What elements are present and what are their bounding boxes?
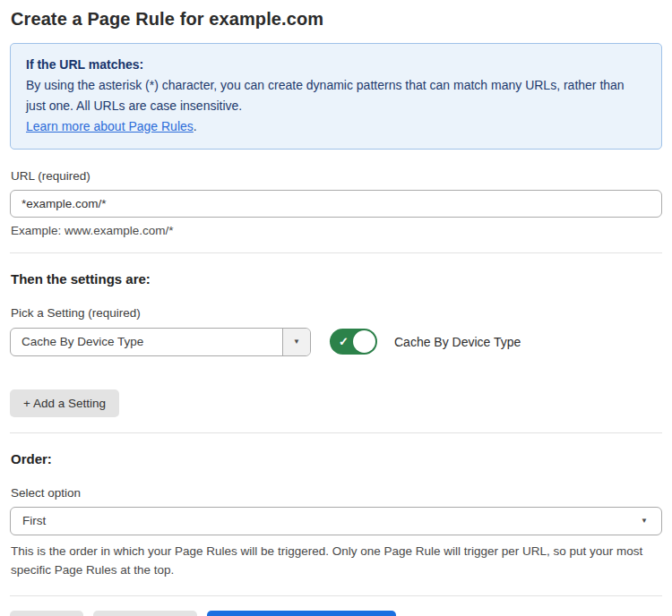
info-box-heading: If the URL matches: [26,55,646,75]
cancel-button[interactable]: Cancel [10,611,83,616]
info-box-link-line: Learn more about Page Rules. [26,116,646,137]
url-input[interactable] [10,190,662,218]
setting-select-value: Cache By Device Type [11,335,282,348]
setting-select[interactable]: Cache By Device Type ▼ [10,328,311,356]
learn-more-link[interactable]: Learn more about Page Rules [26,119,194,133]
footer-divider [10,595,662,596]
order-helper-text: This is the order in which your Page Rul… [11,542,652,580]
order-select-label: Select option [11,486,662,500]
chevron-down-icon: ▼ [641,518,648,525]
url-match-info-box: If the URL matches: By using the asteris… [10,43,662,150]
info-box-body: By using the asterisk (*) character, you… [26,75,632,116]
settings-section-heading: Then the settings are: [11,271,662,287]
order-section-heading: Order: [11,451,662,466]
toggle-label: Cache By Device Type [394,335,521,349]
setting-row: Cache By Device Type ▼ ✓ Cache By Device… [10,328,662,356]
link-suffix: . [194,119,197,133]
footer-button-row: Cancel Save as Draft Save and Deploy Pag… [10,611,662,616]
toggle-knob [353,330,375,353]
save-and-deploy-button[interactable]: Save and Deploy Page Rule [207,611,397,616]
cache-by-device-type-toggle[interactable]: ✓ [330,329,377,355]
page-title: Create a Page Rule for example.com [11,9,662,30]
url-field-helper: Example: www.example.com/* [11,224,662,237]
create-page-rule-form: Create a Page Rule for example.com If th… [0,0,672,616]
chevron-down-icon: ▼ [293,338,300,346]
save-as-draft-button[interactable]: Save as Draft [93,611,197,616]
section-divider [10,252,662,253]
order-select-value: First [11,514,661,527]
add-setting-button[interactable]: + Add a Setting [10,389,119,417]
setting-select-arrow-button[interactable]: ▼ [282,329,310,355]
check-icon: ✓ [339,336,349,347]
section-divider [10,432,662,433]
url-field-label: URL (required) [11,169,662,183]
order-select[interactable]: First ▼ [10,507,662,535]
setting-picker-label: Pick a Setting (required) [11,306,662,320]
